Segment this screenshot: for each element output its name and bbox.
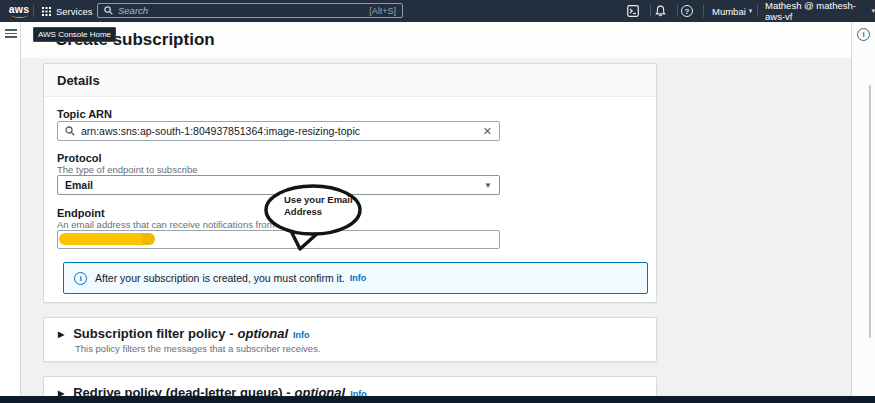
alert-text: After your subscription is created, you … xyxy=(95,272,345,284)
filter-policy-description: This policy filters the messages that a … xyxy=(75,343,321,354)
info-icon: i xyxy=(74,272,87,285)
help-button[interactable]: ? xyxy=(681,0,693,22)
details-card-header: Details xyxy=(44,64,656,97)
redacted-email-highlight xyxy=(59,233,155,245)
aws-console-create-subscription-page: aws Services Search [Alt+S] xyxy=(0,0,875,403)
protocol-selected-value: Email xyxy=(65,179,93,191)
chevron-down-icon: ▾ xyxy=(871,7,875,15)
account-menu[interactable]: Mathesh @ mathesh-aws-vf ▾ xyxy=(765,0,875,22)
subscription-filter-policy-section[interactable]: ▶ Subscription filter policy - optional … xyxy=(43,317,657,362)
cloudshell-button[interactable] xyxy=(627,0,639,22)
divider xyxy=(703,5,704,17)
account-label: Mathesh @ mathesh-aws-vf xyxy=(765,0,868,22)
search-shortcut: [Alt+S] xyxy=(369,6,396,16)
notifications-button[interactable] xyxy=(655,0,666,22)
aws-console-home-tooltip: AWS Console Home xyxy=(33,27,116,42)
divider xyxy=(650,5,651,17)
grid-icon xyxy=(42,7,51,16)
topic-arn-input[interactable]: arn:aws:sns:ap-south-1:804937851364:imag… xyxy=(57,121,500,141)
search-placeholder: Search xyxy=(118,5,369,16)
details-card-title: Details xyxy=(57,73,100,88)
scrollbar-thumb[interactable] xyxy=(869,85,871,338)
bell-icon xyxy=(655,5,666,17)
protocol-description: The type of endpoint to subscribe xyxy=(57,164,197,175)
divider xyxy=(33,5,34,17)
expand-caret-icon[interactable]: ▶ xyxy=(58,330,64,339)
help-panel-info-icon[interactable]: i xyxy=(857,28,870,41)
chevron-down-icon: ▾ xyxy=(749,7,753,15)
help-side-panel xyxy=(851,22,875,396)
bottom-window-edge xyxy=(0,396,875,403)
endpoint-label: Endpoint xyxy=(57,207,105,219)
clear-input-icon[interactable]: ✕ xyxy=(483,126,492,137)
region-selector[interactable]: Mumbai ▾ xyxy=(712,0,752,22)
search-input[interactable]: Search [Alt+S] xyxy=(97,3,403,18)
hamburger-menu-icon[interactable] xyxy=(5,29,17,38)
topic-arn-value: arn:aws:sns:ap-south-1:804937851364:imag… xyxy=(81,125,360,137)
cloudshell-terminal-icon xyxy=(627,5,639,17)
region-label: Mumbai xyxy=(712,6,746,17)
filter-policy-optional: optional xyxy=(238,326,289,341)
divider xyxy=(757,5,758,17)
confirm-subscription-alert: i After your subscription is created, yo… xyxy=(63,262,648,294)
select-caret-icon: ▼ xyxy=(484,181,492,190)
top-nav-bar: aws Services Search [Alt+S] xyxy=(0,0,875,22)
search-icon xyxy=(104,6,113,15)
annotation-text-line2: Address xyxy=(284,206,322,218)
divider xyxy=(677,5,678,17)
alert-info-link[interactable]: Info xyxy=(350,273,367,283)
search-icon xyxy=(65,126,75,136)
services-menu-button[interactable]: Services xyxy=(42,0,92,22)
filter-policy-title: Subscription filter policy - xyxy=(73,326,233,341)
services-label: Services xyxy=(56,6,92,17)
filter-policy-info-link[interactable]: Info xyxy=(293,330,310,340)
aws-logo[interactable]: aws xyxy=(8,3,30,19)
annotation-text-line1: Use your Email xyxy=(284,194,353,206)
protocol-label: Protocol xyxy=(57,152,102,164)
collapsed-side-nav xyxy=(0,22,21,396)
topic-arn-label: Topic ARN xyxy=(57,108,112,120)
question-mark-icon: ? xyxy=(681,5,693,17)
